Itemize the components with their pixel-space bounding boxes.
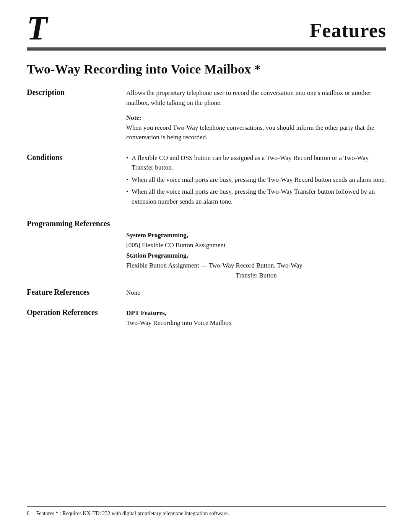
note-text: When you record Two-Way telephone conver… [126,124,374,141]
bullet-item-3: • When all the voice mail ports are busy… [126,187,386,206]
operation-references-line1: DPT Features, [126,309,166,317]
footer-page-num: 6 [27,511,29,516]
feature-references-section: Feature References None [27,288,386,298]
bullet-text-2: When all the voice mail ports are busy, … [132,175,386,185]
conditions-label: Conditions [27,153,126,162]
conditions-section: Conditions • A flexible CO and DSS butto… [27,153,386,209]
header-letter: T [27,11,47,45]
prog-item-flexible: Flexible Button Assignment — Two-Way Rec… [126,262,302,269]
page-title: Two-Way Recording into Voice Mailbox * [27,62,386,77]
note-label: Note: [126,114,141,121]
prog-item-transfer: Transfer Button [126,271,386,281]
programming-references-content: System Programming, [005] Flexible CO Bu… [27,230,386,281]
description-main-text: Allows the proprietary telephone user to… [126,89,371,106]
programming-references-label: Programming References [27,219,386,228]
header-rule [27,49,386,51]
bullet-symbol-1: • [126,153,128,163]
bullet-symbol-2: • [126,175,128,185]
bullet-item-1: • A flexible CO and DSS button can be as… [126,153,386,173]
header: T Features [27,15,386,49]
operation-references-line2: Two-Way Recording into Voice Mailbox [126,319,232,326]
description-section: Description Allows the proprietary telep… [27,88,386,142]
bullet-text-1: A flexible CO and DSS button can be assi… [132,153,386,173]
footer-text: 6 Features * : Requires KX-TD1232 with d… [27,511,229,516]
page-title-t: T [27,62,34,76]
feature-references-label: Feature References [27,288,126,297]
prog-item-system-programming: System Programming, [126,232,188,239]
bullet-symbol-3: • [126,187,128,197]
note-block: Note: When you record Two-Way telephone … [126,113,386,142]
bullet-item-2: • When all the voice mail ports are busy… [126,175,386,185]
prog-item-station-programming: Station Programming, [126,252,188,259]
programming-references-section: Programming References System Programmin… [27,219,386,281]
description-content: Allows the proprietary telephone user to… [126,88,386,142]
footer: 6 Features * : Requires KX-TD1232 with d… [27,506,386,517]
prog-item-005: [005] Flexible CO Button Assignment [126,242,226,249]
bullet-text-3: When all the voice mail ports are busy, … [132,187,386,206]
feature-references-content: None [126,288,386,298]
operation-references-section: Operation References DPT Features, Two-W… [27,308,386,328]
footer-description: Features * : Requires KX-TD1232 with dig… [36,511,229,516]
page: T Features Two-Way Recording into Voice … [0,0,413,532]
operation-references-content: DPT Features, Two-Way Recording into Voi… [126,308,386,328]
operation-references-label: Operation References [27,308,126,317]
page-title-rest: wo-Way Recording into Voice Mailbox * [34,62,261,76]
conditions-content: • A flexible CO and DSS button can be as… [126,153,386,209]
description-label: Description [27,88,126,97]
header-title: Features [309,19,386,42]
